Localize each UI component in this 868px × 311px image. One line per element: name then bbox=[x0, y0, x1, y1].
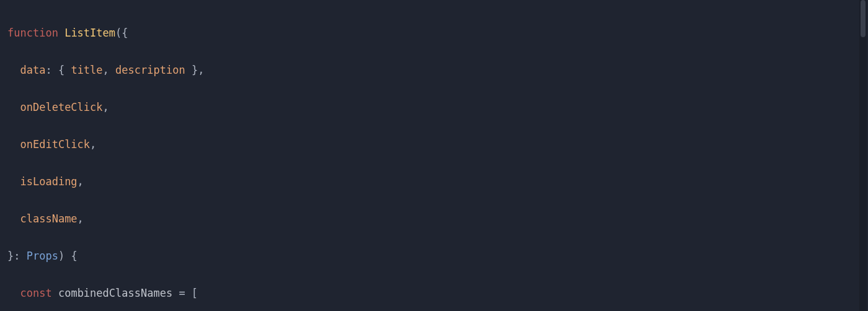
code-editor[interactable]: function ListItem({ data: { title, descr… bbox=[7, 5, 787, 311]
code-line: data: { title, description }, bbox=[7, 61, 787, 79]
function-name: ListItem bbox=[64, 27, 115, 39]
param-oneditclick: onEditClick bbox=[20, 138, 90, 151]
code-line: const combinedClassNames = [ bbox=[7, 284, 787, 302]
punctuation: = [ bbox=[172, 287, 198, 299]
keyword-function: function bbox=[7, 27, 58, 39]
param-classname: className bbox=[20, 212, 77, 225]
destructure-description: description bbox=[115, 64, 185, 76]
param-isloading: isLoading bbox=[20, 175, 77, 188]
code-line: onDeleteClick, bbox=[7, 98, 787, 116]
type-props: Props bbox=[27, 250, 58, 262]
scrollbar-vertical[interactable] bbox=[859, 0, 867, 311]
code-line: function ListItem({ bbox=[7, 24, 787, 42]
punctuation: ) { bbox=[58, 250, 78, 262]
punctuation: }: bbox=[7, 250, 20, 262]
param-ondeleteclick: onDeleteClick bbox=[20, 101, 102, 113]
scrollbar-thumb[interactable] bbox=[861, 0, 866, 37]
code-line: className, bbox=[7, 209, 787, 228]
param-data: data bbox=[20, 64, 45, 76]
variable-combinedclassnames: combinedClassNames bbox=[58, 287, 172, 299]
code-line: }: Props) { bbox=[7, 247, 787, 265]
destructure-title: title bbox=[71, 64, 102, 76]
keyword-const: const bbox=[20, 287, 51, 299]
punctuation: ({ bbox=[115, 27, 128, 39]
code-line: isLoading, bbox=[7, 172, 787, 191]
code-line: onEditClick, bbox=[7, 135, 787, 154]
